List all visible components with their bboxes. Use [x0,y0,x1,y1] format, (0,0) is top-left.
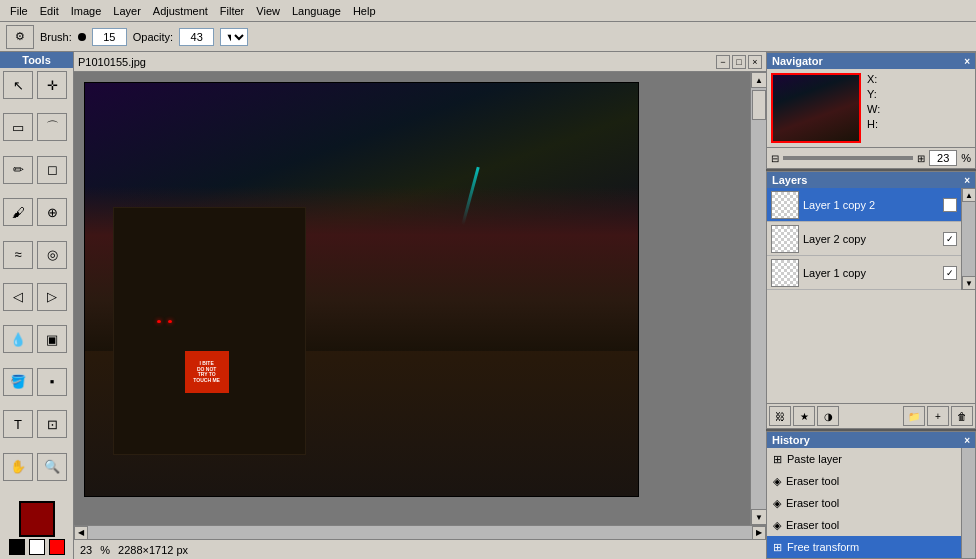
nav-zoom-row: ⊟ ⊞ % [767,147,975,168]
text-tool[interactable]: T [3,410,33,438]
layer-style-btn[interactable]: ★ [793,406,815,426]
menu-adjustment[interactable]: Adjustment [147,3,214,19]
gradient-tool[interactable]: ▣ [37,325,67,353]
layer-row-1[interactable]: Layer 2 copy ✓ [767,222,961,256]
history-label-2: Eraser tool [786,497,839,509]
navigator-titlebar: Navigator × [767,53,975,69]
main-layout: Tools ↖ ✛ ▭ ⌒ ✏ ◻ 🖌 ⊕ ≈ ◎ ◁ ▷ 💧 ▣ 🪣 ▪ T … [0,52,976,559]
eraser-tool[interactable]: ◻ [37,156,67,184]
layers-panel: Layers × Layer 1 copy 2 ✓ Layer 2 copy [766,171,976,429]
menu-help[interactable]: Help [347,3,382,19]
opacity-label: Opacity: [133,31,173,43]
layer-visible-2[interactable]: ✓ [943,266,957,280]
brush-size-input[interactable] [92,28,127,46]
tools-title: Tools [0,52,73,68]
history-label-4: Free transform [787,541,859,553]
layers-sb-up[interactable]: ▲ [962,188,975,202]
clone-tool[interactable]: ⊕ [37,198,67,226]
layer-new-btn[interactable]: + [927,406,949,426]
select-tool[interactable]: ↖ [3,71,33,99]
menu-file[interactable]: File [4,3,34,19]
history-row-1[interactable]: ◈ Eraser tool [767,470,961,492]
zoom-out-btn[interactable]: ⊟ [771,153,779,164]
path-tool[interactable]: ⊡ [37,410,67,438]
foreground-color[interactable] [19,501,55,537]
layer-visible-0[interactable]: ✓ [943,198,957,212]
move-tool[interactable]: ✛ [37,71,67,99]
layers-titlebar: Layers × [767,172,975,188]
dodge-tool[interactable]: ◁ [3,283,33,311]
history-label-3: Eraser tool [786,519,839,531]
history-icon-0: ⊞ [773,453,782,466]
layers-sb-track[interactable] [962,202,975,276]
menu-language[interactable]: Language [286,3,347,19]
layers-scroll: Layer 1 copy 2 ✓ Layer 2 copy ✓ Layer 1 … [767,188,975,290]
nav-info: X: Y: W: H: [867,73,882,143]
nav-y: Y: [867,88,882,100]
lasso-tool[interactable]: ⌒ [37,113,67,141]
burn-tool[interactable]: ▷ [37,283,67,311]
eyedrop-tool[interactable]: 💧 [3,325,33,353]
history-icon-3: ◈ [773,519,781,532]
eye-right [168,320,172,323]
layers-close[interactable]: × [964,175,970,186]
layer-thumb-2 [771,259,799,287]
canvas-viewport[interactable]: I BITEDO NOTTRY TOTOUCH ME [74,72,750,525]
canvas-titlebar: P1010155.jpg − □ × [74,52,766,72]
history-row-2[interactable]: ◈ Eraser tool [767,492,961,514]
hand-tool[interactable]: ✋ [3,453,33,481]
layer-group-btn[interactable]: 📁 [903,406,925,426]
rect-select[interactable]: ▭ [3,113,33,141]
history-row-0[interactable]: ⊞ Paste layer [767,448,961,470]
scroll-down-btn[interactable]: ▼ [751,509,766,525]
scroll-right-btn[interactable]: ▶ [752,526,766,540]
layer-visible-1[interactable]: ✓ [943,232,957,246]
canvas-maximize[interactable]: □ [732,55,746,69]
white-color[interactable] [29,539,45,555]
zoom-unit: % [100,544,110,556]
scroll-track-v[interactable] [751,88,766,509]
canvas-controls: − □ × [716,55,762,69]
menu-edit[interactable]: Edit [34,3,65,19]
navigator-close[interactable]: × [964,56,970,67]
menu-image[interactable]: Image [65,3,108,19]
opacity-input[interactable] [179,28,214,46]
history-scrollbar[interactable] [961,448,975,558]
scroll-track-h[interactable] [88,526,752,540]
zoom-input[interactable] [929,150,957,166]
menu-bar: File Edit Image Layer Adjustment Filter … [0,0,976,22]
shape-tool[interactable]: ▪ [37,368,67,396]
smudge-tool[interactable]: ≈ [3,241,33,269]
zoom-slider[interactable] [783,156,913,160]
red-color[interactable] [49,539,65,555]
history-icon-1: ◈ [773,475,781,488]
layers-sb-down[interactable]: ▼ [962,276,975,290]
history-close[interactable]: × [964,435,970,446]
navigator-panel: Navigator × X: Y: W: [766,52,976,169]
paint-bucket[interactable]: 🪣 [3,368,33,396]
layer-row-2[interactable]: Layer 1 copy ✓ [767,256,961,290]
layer-mask-btn[interactable]: ◑ [817,406,839,426]
zoom-tool[interactable]: 🔍 [37,453,67,481]
black-color[interactable] [9,539,25,555]
brush-tool[interactable]: 🖌 [3,198,33,226]
scroll-left-btn[interactable]: ◀ [74,526,88,540]
scroll-thumb-v[interactable] [752,90,766,120]
menu-filter[interactable]: Filter [214,3,250,19]
color-swatches [0,497,73,559]
scroll-up-btn[interactable]: ▲ [751,72,766,88]
canvas-close[interactable]: × [748,55,762,69]
layer-delete-btn[interactable]: 🗑 [951,406,973,426]
history-row-3[interactable]: ◈ Eraser tool [767,514,961,536]
blur-tool[interactable]: ◎ [37,241,67,269]
zoom-in-btn[interactable]: ⊞ [917,153,925,164]
history-row-4[interactable]: ⊞ Free transform [767,536,961,558]
menu-view[interactable]: View [250,3,286,19]
canvas-minimize[interactable]: − [716,55,730,69]
layer-link-btn[interactable]: ⛓ [769,406,791,426]
menu-layer[interactable]: Layer [107,3,147,19]
layer-row-0[interactable]: Layer 1 copy 2 ✓ [767,188,961,222]
opacity-dropdown[interactable]: ▼ [220,28,248,46]
pencil-tool[interactable]: ✏ [3,156,33,184]
history-icon-4: ⊞ [773,541,782,554]
